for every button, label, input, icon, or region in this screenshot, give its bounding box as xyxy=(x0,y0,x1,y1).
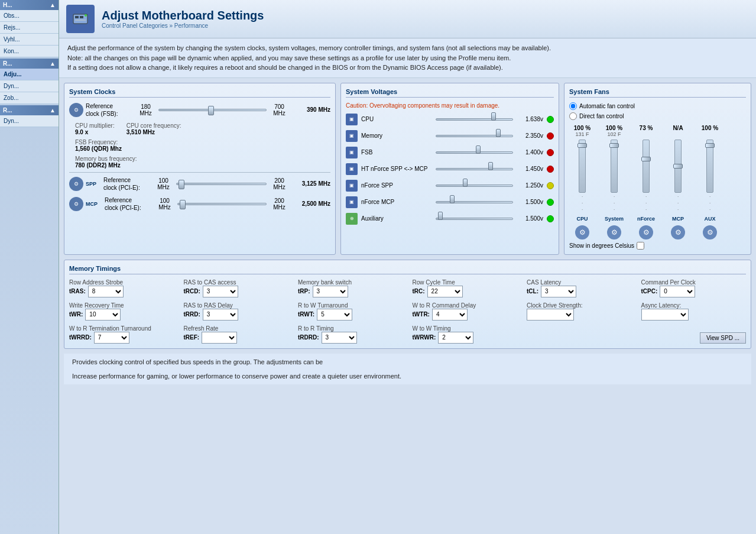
fan-cpu-icon-col: ⚙ xyxy=(572,225,593,240)
sidebar-item-dyn2[interactable]: Dyn... xyxy=(0,115,59,127)
sidebar-item-obs[interactable]: Obs... xyxy=(0,10,59,22)
aux-voltage-indicator xyxy=(547,215,554,222)
fan-nforce-slider[interactable] xyxy=(643,140,650,193)
cpu-info-row: CPU multiplier: 9.0 x CPU core frequency… xyxy=(69,122,330,135)
tcpc-select[interactable]: 0 xyxy=(660,286,695,297)
celsius-checkbox[interactable] xyxy=(637,242,644,250)
mcp-slider[interactable] xyxy=(177,199,267,209)
memory-section-trcd: RAS to CAS access tRCD: 3 xyxy=(184,279,289,297)
tras-select[interactable]: 8 xyxy=(88,286,124,297)
celsius-label: Show in degrees Celsius xyxy=(569,242,634,249)
fan-cpu-label: CPU xyxy=(572,216,593,222)
fan-sys-slider[interactable] xyxy=(611,140,618,193)
trcd-select[interactable]: 3 xyxy=(203,286,238,297)
fan-mcp-icon[interactable]: ⚙ xyxy=(671,225,685,240)
spp-voltage-slider[interactable] xyxy=(436,182,513,190)
clocks-title: System Clocks xyxy=(69,88,330,98)
sidebar-item-vyhl[interactable]: Vyhl... xyxy=(0,34,59,46)
fan-cpu-slider[interactable] xyxy=(579,140,586,193)
sidebar-item-zob[interactable]: Zob... xyxy=(0,92,59,104)
fan-nforce-icon[interactable]: ⚙ xyxy=(639,225,653,240)
fan-sys-icon[interactable]: ⚙ xyxy=(607,225,621,240)
twrrd-select[interactable]: 7 xyxy=(94,332,129,344)
spp-label: Reference clock (PCI-E): xyxy=(103,176,151,192)
spp-voltage-indicator xyxy=(547,182,554,189)
fan-nforce-slider-col: · · · xyxy=(635,140,657,212)
memory-section-cds: Clock Drive Strength: xyxy=(527,302,632,321)
system-clocks-panel: System Clocks ⚙ Reference clock (FSB): 1… xyxy=(64,83,336,255)
fan-aux-icon-col: ⚙ xyxy=(699,225,721,240)
sidebar: H... ▲ Obs... Rejs... Vyhl... Kon... R..… xyxy=(0,0,59,534)
system-fans-panel: System Fans Automatic fan control Direct… xyxy=(564,83,751,255)
mem-voltage-slider[interactable] xyxy=(436,132,513,140)
mem-voltage-value: 2.350v xyxy=(517,132,543,139)
fsb-clock-row: ⚙ Reference clock (FSB): 180 MHz xyxy=(69,102,330,118)
cds-select[interactable] xyxy=(527,309,574,321)
sidebar-item-dyn[interactable]: Dyn... xyxy=(0,80,59,92)
fsb-icon: ⚙ xyxy=(69,103,83,117)
twtr-select[interactable]: 4 xyxy=(432,309,468,321)
mcp-voltage-label: nForce MCP xyxy=(361,199,432,205)
tcl-select[interactable]: 3 xyxy=(541,286,576,297)
mem-voltage-indicator xyxy=(547,132,554,140)
async-select[interactable] xyxy=(641,309,689,321)
fan-icons-row: ⚙ ⚙ ⚙ ⚙ ⚙ xyxy=(569,225,746,240)
cpu-voltage-slider[interactable] xyxy=(436,115,513,124)
header-icon xyxy=(66,5,95,33)
view-spd-button[interactable]: View SPD ... xyxy=(700,332,746,344)
fan-aux-pct-col: 100 % xyxy=(699,125,721,137)
panels-area: System Clocks ⚙ Reference clock (FSB): 1… xyxy=(59,78,756,389)
sidebar-item-rejs[interactable]: Rejs... xyxy=(0,22,59,34)
bottom-line2: Increase performance for gaming, or lowe… xyxy=(72,373,743,380)
sidebar-header-h[interactable]: H... ▲ xyxy=(0,0,59,10)
fan-aux-slider-col: · · · xyxy=(699,140,721,212)
memory-section-twrrd: W to R Termination Turnaround tWRRD: 7 xyxy=(69,325,174,344)
fsb-max: 700 MHz xyxy=(269,103,290,116)
sidebar-section-r2: R... ▲ Dyn... xyxy=(0,105,59,127)
spp-clock-row: ⚙ SPP Reference clock (PCI-E): 100 MHz xyxy=(69,176,330,192)
fan-nforce-pct-col: 73 % xyxy=(635,125,657,137)
fsb-label: Reference clock (FSB): xyxy=(86,102,133,118)
spp-slider[interactable] xyxy=(176,179,267,189)
svg-point-4 xyxy=(85,14,87,17)
trrd-select[interactable]: 3 xyxy=(203,309,238,321)
memory-section-tref: Refresh Rate tREF: xyxy=(184,325,289,344)
twr-select[interactable]: 10 xyxy=(85,309,121,321)
tref-select[interactable] xyxy=(202,332,237,344)
auto-fan-radio[interactable]: Automatic fan control xyxy=(569,102,746,110)
aux-voltage-icon: ⊕ xyxy=(346,213,358,225)
direct-fan-radio[interactable]: Direct fan control xyxy=(569,112,746,120)
main-content: Adjust Motherboard Settings Control Pane… xyxy=(59,0,756,534)
sidebar-header-r1[interactable]: R... ▲ xyxy=(0,59,59,69)
trdrd-select[interactable]: 3 xyxy=(322,332,357,344)
aux-voltage-slider[interactable] xyxy=(436,215,513,223)
fsb-slider[interactable] xyxy=(158,105,267,115)
svg-rect-1 xyxy=(75,16,79,18)
view-spd-container: View SPD ... xyxy=(641,332,747,344)
fan-cpu-icon[interactable]: ⚙ xyxy=(575,225,589,240)
bottom-description: Provides clocking control of specified b… xyxy=(64,354,751,384)
fan-aux-icon[interactable]: ⚙ xyxy=(703,225,717,240)
breadcrumb-link[interactable]: Control Panel Categories xyxy=(102,22,168,29)
trc-select[interactable]: 22 xyxy=(427,286,463,297)
fan-radio-row: Automatic fan control Direct fan control xyxy=(569,102,746,120)
mcp-clock-row: ⚙ MCP Reference clock (PCI-E): 100 MHz xyxy=(69,196,330,212)
voltage-row-aux: ⊕ Auxiliary 1.500v xyxy=(346,213,554,225)
aux-voltage-value: 1.500v xyxy=(517,215,543,222)
fan-aux-slider[interactable] xyxy=(706,140,713,193)
fsb-voltage-slider[interactable] xyxy=(436,148,513,157)
svg-rect-2 xyxy=(80,16,83,18)
twrwr-select[interactable]: 2 xyxy=(438,332,473,344)
trwt-select[interactable]: 5 xyxy=(317,309,352,321)
trp-select[interactable]: 3 xyxy=(313,286,348,297)
mcp-voltage-slider[interactable] xyxy=(436,198,513,206)
fan-mcp-slider[interactable] xyxy=(674,140,682,193)
sidebar-item-adju[interactable]: Adju... xyxy=(0,69,59,80)
sidebar-item-kon[interactable]: Kon... xyxy=(0,46,59,57)
spp-voltage-label: nForce SPP xyxy=(361,182,432,189)
ht-voltage-slider[interactable] xyxy=(436,165,513,173)
ht-voltage-icon: ▣ xyxy=(346,163,358,175)
spp-voltage-value: 1.250v xyxy=(517,182,543,189)
fsb-voltage-indicator xyxy=(547,149,554,156)
sidebar-header-r2[interactable]: R... ▲ xyxy=(0,105,59,115)
